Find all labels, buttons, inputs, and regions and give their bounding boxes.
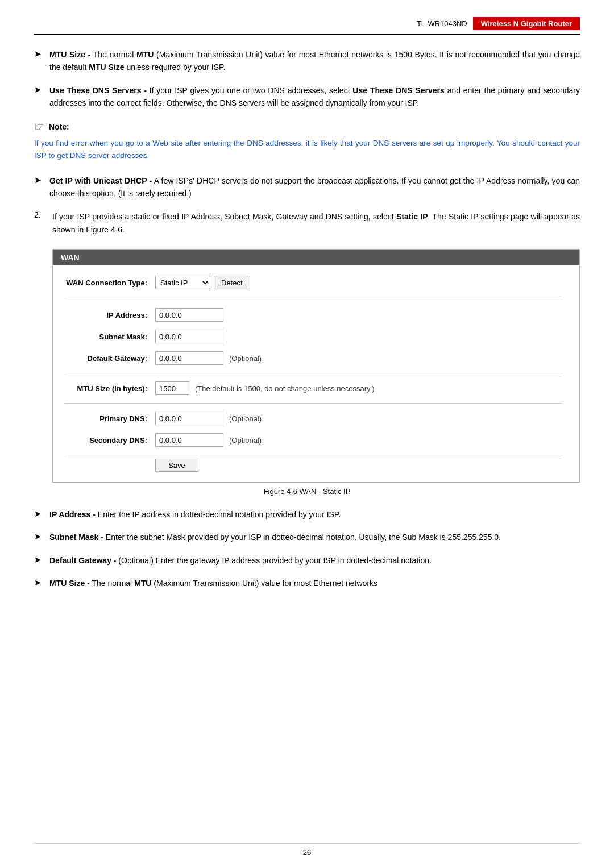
wan-primary-dns-optional: (Optional)	[229, 414, 262, 423]
wan-subnet-mask-label: Subnet Mask:	[64, 333, 155, 341]
mtu-size-bold2: MTU Size	[89, 63, 124, 72]
bullet-unicast-content: Get IP with Unicast DHCP - A few ISPs' D…	[49, 175, 580, 200]
wan-primary-dns-row: Primary DNS: (Optional)	[64, 412, 562, 425]
wan-box: WAN WAN Connection Type: Static IP Dynam…	[52, 249, 580, 483]
bullet-unicast-label: Get IP with Unicast DHCP -	[49, 176, 152, 185]
numbered-content-2: If your ISP provides a static or fixed I…	[52, 210, 580, 236]
wan-secondary-dns-label: Secondary DNS:	[64, 436, 155, 445]
wan-secondary-dns-row: Secondary DNS: (Optional)	[64, 433, 562, 447]
bullet-dns-servers: ➤ Use These DNS Servers - If your ISP gi…	[34, 84, 580, 110]
bullet-unicast-dhcp: ➤ Get IP with Unicast DHCP - A few ISPs'…	[34, 175, 580, 200]
save-row: Save	[64, 455, 562, 472]
note-header: ☞ Note:	[34, 120, 580, 134]
bullet-ip-address-desc: ➤ IP Address - Enter the IP address in d…	[34, 508, 580, 521]
page-number: -26-	[300, 848, 313, 857]
note-text: If you find error when you go to a Web s…	[34, 137, 580, 163]
save-button[interactable]: Save	[155, 459, 198, 472]
wan-primary-dns-label: Primary DNS:	[64, 414, 155, 423]
bullet-mtu-size-content: MTU Size - The normal MTU (Maximum Trans…	[49, 48, 580, 74]
detect-button[interactable]: Detect	[214, 276, 250, 289]
wan-title-bar: WAN	[53, 250, 579, 265]
bullet-dns-content: Use These DNS Servers - If your ISP give…	[49, 84, 580, 110]
wan-subnet-mask-input[interactable]	[155, 330, 223, 343]
static-ip-bold: Static IP	[396, 212, 428, 221]
wan-connection-type-row: WAN Connection Type: Static IP Dynamic I…	[64, 276, 562, 289]
wan-ip-address-label: IP Address:	[64, 311, 155, 319]
bullet-mtu-size: ➤ MTU Size - The normal MTU (Maximum Tra…	[34, 48, 580, 74]
divider-2	[64, 373, 562, 373]
wan-mtu-row: MTU Size (in bytes): (The default is 150…	[64, 381, 562, 395]
bullet-subnet-mask-desc-content: Subnet Mask - Enter the subnet Mask prov…	[49, 531, 580, 543]
wan-primary-dns-input[interactable]	[155, 412, 223, 425]
mtu-size-desc-label: MTU Size -	[49, 579, 90, 588]
bullet-ip-address-desc-content: IP Address - Enter the IP address in dot…	[49, 508, 580, 521]
wan-connection-type-label: WAN Connection Type:	[64, 279, 155, 287]
wan-default-gateway-row: Default Gateway: (Optional)	[64, 351, 562, 365]
wan-secondary-dns-optional: (Optional)	[229, 436, 262, 445]
bullet-mtu-size-label: MTU Size -	[49, 50, 90, 59]
wan-mtu-label: MTU Size (in bytes):	[64, 384, 155, 393]
numbered-item-2: 2. If your ISP provides a static or fixe…	[34, 210, 580, 236]
wan-mtu-note: (The default is 1500, do not change unle…	[195, 384, 375, 393]
default-gateway-desc-label: Default Gateway -	[49, 556, 116, 565]
bullet-arrow-icon: ➤	[34, 49, 42, 59]
ip-address-desc-label: IP Address -	[49, 510, 96, 519]
bullet-arrow-icon-6: ➤	[34, 555, 42, 565]
mtu-bold: MTU	[136, 50, 154, 59]
note-section: ☞ Note: If you find error when you go to…	[34, 120, 580, 163]
note-label: Note:	[49, 122, 69, 131]
wan-mtu-input[interactable]	[155, 381, 189, 395]
bullet-arrow-icon-4: ➤	[34, 509, 42, 519]
bullet-default-gateway-desc-content: Default Gateway - (Optional) Enter the g…	[49, 554, 580, 567]
wan-default-gateway-optional: (Optional)	[229, 354, 262, 363]
wan-default-gateway-input[interactable]	[155, 351, 223, 365]
bullet-mtu-size-desc: ➤ MTU Size - The normal MTU (Maximum Tra…	[34, 577, 580, 589]
wan-secondary-dns-input[interactable]	[155, 433, 223, 447]
header-bar: TL-WR1043ND Wireless N Gigabit Router	[34, 17, 580, 35]
bullet-default-gateway-desc: ➤ Default Gateway - (Optional) Enter the…	[34, 554, 580, 567]
wan-body: WAN Connection Type: Static IP Dynamic I…	[53, 265, 579, 482]
header-model: TL-WR1043ND	[417, 19, 467, 28]
wan-connection-type-select[interactable]: Static IP Dynamic IP PPPoE	[155, 276, 210, 289]
page-footer: -26-	[34, 843, 580, 857]
wan-subnet-mask-row: Subnet Mask:	[64, 330, 562, 343]
bullet-mtu-size-desc-content: MTU Size - The normal MTU (Maximum Trans…	[49, 577, 580, 589]
bullet-arrow-icon-2: ➤	[34, 85, 42, 95]
wan-ip-address-row: IP Address:	[64, 308, 562, 322]
wan-default-gateway-label: Default Gateway:	[64, 354, 155, 363]
divider-3	[64, 403, 562, 404]
wan-ip-address-input[interactable]	[155, 308, 223, 322]
use-dns-bold: Use These DNS Servers	[352, 86, 444, 95]
page: TL-WR1043ND Wireless N Gigabit Router ➤ …	[0, 0, 614, 868]
divider-1	[64, 300, 562, 300]
bullet-dns-label: Use These DNS Servers -	[49, 86, 147, 95]
numbered-num-2: 2.	[34, 210, 52, 219]
mtu-bold-2: MTU	[134, 579, 151, 588]
subnet-mask-desc-label: Subnet Mask -	[49, 533, 103, 542]
figure-caption: Figure 4-6 WAN - Static IP	[34, 487, 580, 496]
bullet-arrow-icon-5: ➤	[34, 531, 42, 542]
bullet-arrow-icon-7: ➤	[34, 578, 42, 588]
bullet-arrow-icon-3: ➤	[34, 175, 42, 185]
header-product: Wireless N Gigabit Router	[473, 17, 580, 30]
note-icon: ☞	[34, 120, 44, 134]
bullet-subnet-mask-desc: ➤ Subnet Mask - Enter the subnet Mask pr…	[34, 531, 580, 543]
